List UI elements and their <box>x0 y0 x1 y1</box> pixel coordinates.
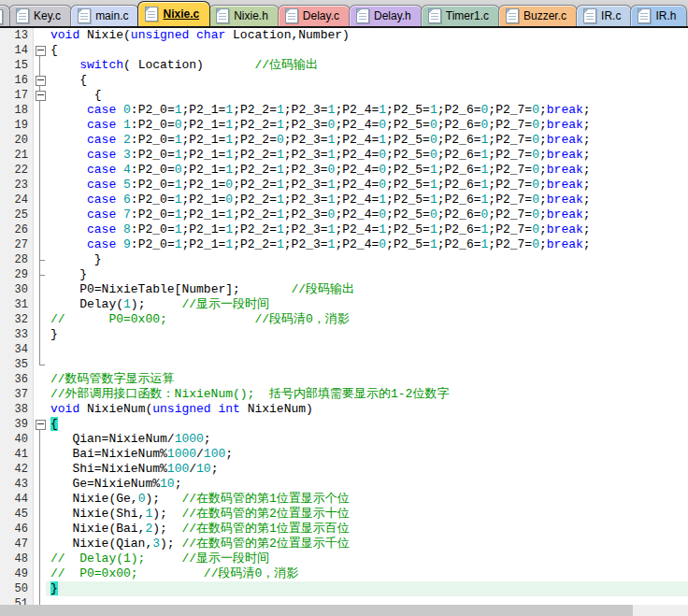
code-text[interactable]: Nixie(Shi,1); //在数码管的第2位置显示十位 <box>46 507 688 522</box>
code-text[interactable]: case 3:P2_0=1;P2_1=1;P2_2=1;P2_3=1;P2_4=… <box>46 148 688 163</box>
line-number[interactable]: 37 <box>0 387 34 402</box>
fold-minus-icon[interactable] <box>36 76 46 86</box>
line-number[interactable]: 40 <box>0 432 34 447</box>
line-number[interactable]: 46 <box>0 522 34 537</box>
tab-nixie-h[interactable]: Nixie.h <box>208 5 280 26</box>
code-text[interactable]: case 8:P2_0=1;P2_1=1;P2_2=1;P2_3=1;P2_4=… <box>46 222 688 237</box>
code-text[interactable]: } <box>46 267 688 282</box>
code-editor[interactable]: 13void Nixie(unsigned char Location,Numb… <box>0 28 688 605</box>
code-text[interactable]: case 5:P2_0=1;P2_1=0;P2_2=1;P2_3=1;P2_4=… <box>46 178 688 193</box>
code-text[interactable]: case 7:P2_0=1;P2_1=1;P2_2=1;P2_3=0;P2_4=… <box>46 208 688 222</box>
line-number[interactable]: 50 <box>0 581 34 596</box>
tab-ir-c[interactable]: IR.c <box>576 5 632 26</box>
line-number[interactable]: 51 <box>0 596 34 605</box>
line-number[interactable]: 19 <box>0 118 34 133</box>
tab-buzzer-c[interactable]: Buzzer.c <box>498 5 578 26</box>
fold-collapse-toggle[interactable] <box>34 73 46 88</box>
code-text[interactable]: Ge=NixieNum%10; <box>46 477 688 492</box>
code-text[interactable]: } <box>46 327 688 342</box>
line-number[interactable]: 15 <box>0 58 34 73</box>
code-text[interactable]: Bai=NixieNum%1000/100; <box>46 447 688 462</box>
tab-main-c[interactable]: main.c <box>70 5 139 26</box>
line-number[interactable]: 20 <box>0 133 34 148</box>
line-number[interactable]: 30 <box>0 282 34 297</box>
line-number[interactable]: 38 <box>0 402 34 417</box>
code-text[interactable]: case 4:P2_0=0;P2_1=1;P2_2=1;P2_3=0;P2_4=… <box>46 163 688 178</box>
line-number[interactable]: 44 <box>0 492 34 507</box>
code-text[interactable]: case 6:P2_0=1;P2_1=0;P2_2=1;P2_3=1;P2_4=… <box>46 193 688 208</box>
scrollbar-thumb[interactable] <box>0 605 633 616</box>
code-text[interactable]: Nixie(Bai,2); //在数码管的第1位置显示百位 <box>46 522 688 537</box>
line-number[interactable]: 31 <box>0 297 34 312</box>
tab-nixie-c[interactable]: Nixie.c <box>137 1 210 26</box>
line-number[interactable]: 42 <box>0 462 34 477</box>
line-number[interactable]: 35 <box>0 357 34 372</box>
tab-key-c[interactable]: Key.c <box>8 5 72 26</box>
code-text[interactable]: //数码管数字显示运算 <box>46 372 688 387</box>
code-text[interactable]: switch( Location) //位码输出 <box>46 58 688 73</box>
line-number[interactable]: 13 <box>0 28 34 43</box>
code-text[interactable]: Nixie(Qian,3); //在数码管的第2位置显示千位 <box>46 537 688 552</box>
code-text[interactable]: // P0=0x00; //段码清0，消影 <box>46 566 688 581</box>
code-text[interactable]: } <box>46 252 688 267</box>
fold-minus-icon[interactable] <box>36 46 46 56</box>
code-text[interactable]: { <box>46 88 688 103</box>
code-text[interactable]: { <box>46 43 688 58</box>
code-text[interactable]: Shi=NixieNum%100/10; <box>46 462 688 477</box>
line-number[interactable]: 16 <box>0 73 34 88</box>
line-number[interactable]: 49 <box>0 566 34 581</box>
line-number[interactable]: 14 <box>0 43 34 58</box>
line-number[interactable]: 29 <box>0 267 34 282</box>
line-number[interactable]: 22 <box>0 163 34 178</box>
code-text[interactable]: void NixieNum(unsigned int NixieNum) <box>46 402 688 417</box>
code-text[interactable] <box>46 596 688 605</box>
line-number[interactable]: 18 <box>0 103 34 118</box>
line-number[interactable]: 45 <box>0 507 34 522</box>
code-text[interactable]: P0=NixieTable[Number]; //段码输出 <box>46 282 688 297</box>
horizontal-scrollbar[interactable] <box>0 605 688 616</box>
line-number[interactable]: 21 <box>0 148 34 163</box>
line-number[interactable]: 47 <box>0 537 34 552</box>
line-number[interactable]: 43 <box>0 477 34 492</box>
line-number[interactable]: 32 <box>0 312 34 327</box>
fold-collapse-toggle[interactable] <box>34 88 46 103</box>
code-text[interactable] <box>46 342 688 357</box>
code-text[interactable]: //外部调用接口函数：NixieNum(); 括号内部填需要显示的1-2位数字 <box>46 387 688 402</box>
line-number[interactable]: 25 <box>0 208 34 222</box>
code-text[interactable]: // Delay(1); //显示一段时间 <box>46 552 688 566</box>
code-text[interactable]: // P0=0x00; //段码清0，消影 <box>46 312 688 327</box>
tab-ir-h[interactable]: IR.h <box>630 5 687 26</box>
code-text[interactable]: case 9:P2_0=1;P2_1=1;P2_2=1;P2_3=1;P2_4=… <box>46 237 688 252</box>
line-number[interactable]: 33 <box>0 327 34 342</box>
line-number[interactable]: 26 <box>0 222 34 237</box>
line-number[interactable]: 41 <box>0 447 34 462</box>
fold-collapse-toggle[interactable] <box>34 417 46 432</box>
code-text[interactable]: case 2:P2_0=1;P2_1=1;P2_2=0;P2_3=1;P2_4=… <box>46 133 688 148</box>
code-text[interactable]: case 0:P2_0=1;P2_1=1;P2_2=1;P2_3=1;P2_4=… <box>46 103 688 118</box>
line-number[interactable]: 24 <box>0 193 34 208</box>
code-text[interactable]: Delay(1); //显示一段时间 <box>46 297 688 312</box>
code-text[interactable]: { <box>46 73 688 88</box>
code-text[interactable]: Qian=NixieNum/1000; <box>46 432 688 447</box>
code-text[interactable] <box>46 357 688 372</box>
line-number[interactable]: 17 <box>0 88 34 103</box>
line-number[interactable]: 34 <box>0 342 34 357</box>
tab-delay-c[interactable]: Delay.c <box>278 5 351 26</box>
line-number[interactable]: 27 <box>0 237 34 252</box>
code-text[interactable]: { <box>46 417 688 432</box>
tab-delay-h[interactable]: Delay.h <box>349 5 423 26</box>
line-number[interactable]: 23 <box>0 178 34 193</box>
line-number[interactable]: 28 <box>0 252 34 267</box>
fold-minus-icon[interactable] <box>36 91 46 101</box>
code-text[interactable]: void Nixie(unsigned char Location,Number… <box>46 28 688 43</box>
line-number[interactable]: 39 <box>0 417 34 432</box>
code-text[interactable]: Nixie(Ge,0); //在数码管的第1位置显示个位 <box>46 492 688 507</box>
code-text[interactable]: case 1:P2_0=0;P2_1=1;P2_2=1;P2_3=0;P2_4=… <box>46 118 688 133</box>
line-number[interactable]: 48 <box>0 552 34 566</box>
code-text[interactable]: } <box>46 581 688 596</box>
tab-timer1-c[interactable]: Timer1.c <box>421 5 500 26</box>
fold-minus-icon[interactable] <box>36 420 46 430</box>
line-number[interactable]: 36 <box>0 372 34 387</box>
fold-collapse-toggle[interactable] <box>34 43 46 58</box>
tab-partial[interactable] <box>0 5 10 26</box>
